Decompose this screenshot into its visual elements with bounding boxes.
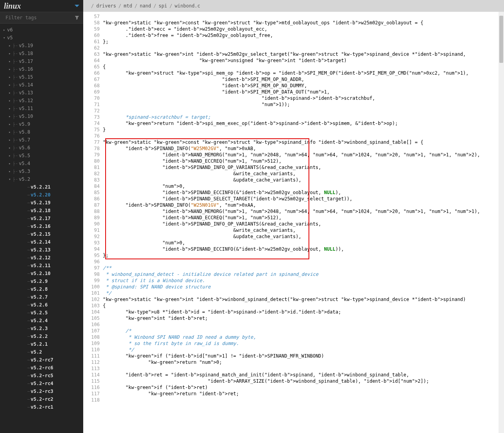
tree-node[interactable]: ▸├╶v5.12 [0, 97, 83, 105]
tree-node[interactable]: ─v5.2-rc5 [0, 372, 83, 380]
line-gutter: 5758596061626364656667686970717273747576… [83, 12, 103, 433]
tree-node[interactable]: ─v5.2.4 [0, 317, 83, 325]
tree-node[interactable]: ▸├╶v5.8 [0, 128, 83, 136]
tree-node[interactable]: ─v5.2.17 [0, 215, 83, 222]
app-logo[interactable]: linux [4, 2, 21, 11]
sidebar-header: linux [0, 0, 83, 12]
tree-node[interactable]: ▸├╶v5.9 [0, 120, 83, 128]
scrollbar-thumb[interactable] [499, 16, 503, 63]
tree-node[interactable]: ─v5.2-rc3 [0, 387, 83, 395]
code-viewer: 5758596061626364656667686970717273747576… [83, 12, 504, 433]
tree-node[interactable]: ▸├╶v5.5 [0, 152, 83, 160]
tag-tree[interactable]: ▸v6▾v5▸├╶v5.19▸├╶v5.18▸├╶v5.17▸├╶v5.16▸├… [0, 24, 83, 433]
tree-node[interactable]: ─v5.2.20 [0, 191, 83, 199]
tree-node[interactable]: ─v5.2-rc4 [0, 380, 83, 387]
main: /drivers/mtd/nand/spi/winbond.c 57585960… [83, 0, 504, 433]
tree-node[interactable]: ─v5.2.1 [0, 340, 83, 348]
tree-node[interactable]: ▸├╶v5.19 [0, 42, 83, 50]
tree-node[interactable]: ▸├╶v5.17 [0, 57, 83, 65]
tree-node[interactable]: ▸├╶v5.15 [0, 73, 83, 81]
code-body[interactable]: "kw-green">static "kw-green">const "kw-g… [103, 12, 504, 433]
breadcrumb-segment[interactable]: spi [159, 3, 167, 9]
tree-node[interactable]: ─v5.2-rc1 [0, 403, 83, 411]
tree-node[interactable]: ▸├╶v5.11 [0, 105, 83, 112]
filter-input[interactable] [5, 15, 64, 20]
tree-node[interactable]: ▾v5 [0, 34, 83, 42]
tree-node[interactable]: ─v5.2-rc6 [0, 364, 83, 372]
breadcrumb-segment[interactable]: winbond.c [175, 3, 200, 9]
funnel-icon[interactable] [75, 15, 79, 20]
tree-node[interactable]: ▸├╶v5.6 [0, 144, 83, 152]
tree-node[interactable]: ─v5.2 [0, 348, 83, 356]
filter-row [0, 12, 83, 24]
tree-node[interactable]: ─v5.2.19 [0, 199, 83, 207]
breadcrumb: /drivers/mtd/nand/spi/winbond.c [83, 0, 504, 12]
tree-node[interactable]: ─v5.2.15 [0, 230, 83, 238]
tree-node[interactable]: ─v5.2.6 [0, 301, 83, 309]
tree-node[interactable]: ─v5.2.9 [0, 277, 83, 285]
tree-node[interactable]: ─v5.2-rc7 [0, 356, 83, 364]
tree-node[interactable]: ─v5.2.16 [0, 222, 83, 230]
tree-node[interactable]: ▾├╶v5.2 [0, 175, 83, 183]
tree-node[interactable]: ▸├╶v5.3 [0, 167, 83, 175]
tree-node[interactable]: ─v5.2.7 [0, 293, 83, 301]
tree-node[interactable]: ▸v6 [0, 26, 83, 34]
tree-node[interactable]: ─v5.2.5 [0, 309, 83, 317]
tree-node[interactable]: ─v5.2.10 [0, 270, 83, 277]
tree-node[interactable]: ─v5.2.21 [0, 183, 83, 191]
tree-node[interactable]: ─v5.2.12 [0, 254, 83, 262]
tree-node[interactable]: ─v5.2.14 [0, 238, 83, 246]
tree-node[interactable]: ─v5.2.8 [0, 285, 83, 293]
tree-node[interactable]: ▸├╶v5.13 [0, 89, 83, 97]
tree-node[interactable]: ▸├╶v5.16 [0, 65, 83, 73]
tree-node[interactable]: ▸├╶v5.4 [0, 160, 83, 167]
breadcrumb-segment[interactable]: nand [140, 3, 151, 9]
tree-node[interactable]: ▸├╶v5.10 [0, 112, 83, 120]
sidebar: linux ▸v6▾v5▸├╶v5.19▸├╶v5.18▸├╶v5.17▸├╶v… [0, 0, 83, 433]
tree-node[interactable]: ─v5.2.2 [0, 332, 83, 340]
tree-node[interactable]: ─v5.2.18 [0, 207, 83, 215]
tree-node[interactable]: ▸├╶v5.7 [0, 136, 83, 144]
breadcrumb-segment[interactable]: mtd [124, 3, 132, 9]
tree-node[interactable]: ─v5.2.13 [0, 246, 83, 254]
dropdown-icon[interactable] [75, 5, 79, 7]
breadcrumb-segment[interactable]: drivers [96, 3, 116, 9]
tree-node[interactable]: ─v5.2.3 [0, 325, 83, 332]
tree-node[interactable]: ─v5.2.11 [0, 262, 83, 270]
scrollbar-vertical[interactable] [499, 12, 504, 433]
tree-node[interactable]: ▸├╶v5.14 [0, 81, 83, 89]
tree-node[interactable]: ▸├╶v5.18 [0, 50, 83, 57]
tree-node[interactable]: ─v5.2-rc2 [0, 395, 83, 403]
